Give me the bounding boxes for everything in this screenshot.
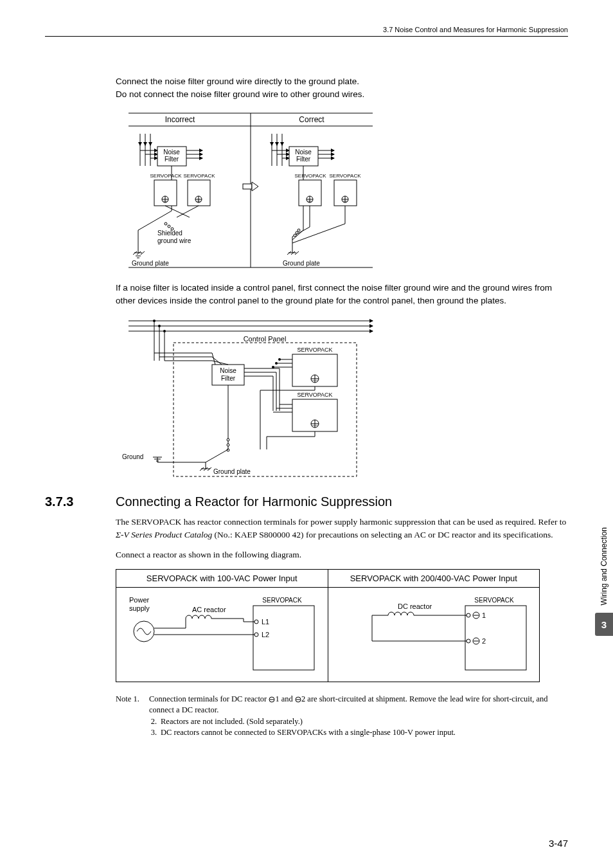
svg-text:1: 1 xyxy=(482,611,486,619)
reactor-cell-left: Power supply AC reactor SERVOPACK L1 xyxy=(116,588,328,682)
note-1: Connection terminals for DC reactor 1 an… xyxy=(149,694,568,716)
side-chapter-number: 3 xyxy=(595,613,613,636)
svg-point-40 xyxy=(168,225,170,228)
reactor-head-right: SERVOPACK with 200/400-VAC Power Input xyxy=(328,570,540,587)
note-lead: Note 1. xyxy=(116,694,149,716)
reactor-cell-right: DC reactor SERVOPACK 1 2 xyxy=(328,588,540,682)
section-heading: 3.7.3 Connecting a Reactor for Harmonic … xyxy=(45,494,568,509)
notes-block: Note 1. Connection terminals for DC reac… xyxy=(116,694,568,739)
svg-line-36 xyxy=(177,206,199,217)
svg-text:Noise: Noise xyxy=(295,149,312,156)
note-num-3: 3. xyxy=(149,727,161,739)
svg-point-151 xyxy=(227,439,229,441)
svg-text:L2: L2 xyxy=(262,631,269,638)
svg-text:2: 2 xyxy=(482,637,486,645)
svg-text:supply: supply xyxy=(129,604,150,612)
paragraph-5: Connect a reactor as shown in the follow… xyxy=(116,548,568,561)
paragraph-4: The SERVOPACK has reactor connection ter… xyxy=(116,516,568,541)
svg-point-196 xyxy=(466,639,470,643)
svg-text:ground wire: ground wire xyxy=(157,237,191,244)
svg-text:Filter: Filter xyxy=(221,375,236,382)
svg-text:Incorrect: Incorrect xyxy=(165,115,195,124)
svg-text:Power: Power xyxy=(129,596,150,604)
svg-text:Shielded: Shielded xyxy=(157,230,182,237)
svg-text:Noise: Noise xyxy=(220,367,236,374)
svg-text:SERVOPACK: SERVOPACK xyxy=(474,597,514,604)
svg-point-191 xyxy=(466,613,470,617)
header-breadcrumb: 3.7 Noise Control and Measures for Harmo… xyxy=(45,26,568,37)
svg-text:Filter: Filter xyxy=(296,156,311,163)
paragraph-3: If a noise filter is located inside a co… xyxy=(116,282,568,307)
svg-point-128 xyxy=(278,358,281,361)
svg-text:Ground: Ground xyxy=(122,453,143,460)
svg-point-152 xyxy=(227,444,229,446)
svg-point-129 xyxy=(275,362,278,365)
svg-text:SERVOPACK: SERVOPACK xyxy=(150,173,182,179)
p4-part-a: The SERVOPACK has reactor connection ter… xyxy=(116,517,566,527)
p4-part-b: (No.: KAEP S800000 42) for precautions o… xyxy=(212,530,553,539)
svg-line-35 xyxy=(165,206,190,217)
svg-text:Control Panel: Control Panel xyxy=(244,335,287,343)
note-2: Reactors are not included. (Sold separat… xyxy=(161,716,568,728)
p4-italic: Σ-V Series Product Catalog xyxy=(116,530,212,539)
svg-point-130 xyxy=(272,366,274,368)
svg-point-39 xyxy=(164,222,167,225)
svg-line-83 xyxy=(292,224,345,243)
svg-point-87 xyxy=(294,234,296,237)
svg-text:SERVOPACK: SERVOPACK xyxy=(183,173,215,179)
section-title: Connecting a Reactor for Harmonic Suppre… xyxy=(116,494,392,509)
svg-rect-51 xyxy=(243,184,252,189)
section-number: 3.7.3 xyxy=(45,494,116,509)
diagram-control-panel: Control Panel Noise Filter SERVOPACK SER… xyxy=(116,314,568,482)
side-chapter-label: Wiring and Connection xyxy=(600,527,609,605)
reactor-diagram-table: SERVOPACK with 100-VAC Power Input SERVO… xyxy=(116,569,540,682)
svg-text:DC reactor: DC reactor xyxy=(398,602,432,610)
svg-text:Ground plate: Ground plate xyxy=(213,468,251,475)
svg-text:SERVOPACK: SERVOPACK xyxy=(297,347,332,353)
diagram-noise-filter-incorrect-correct: Incorrect Correct Noise Filter SERVOPACK… xyxy=(116,108,568,269)
p1-line2: Do not connect the noise filter ground w… xyxy=(116,89,364,99)
svg-text:Correct: Correct xyxy=(299,115,324,124)
svg-text:Ground plate: Ground plate xyxy=(283,260,320,267)
note-num-2: 2. xyxy=(149,716,161,728)
svg-point-181 xyxy=(254,633,258,637)
svg-point-86 xyxy=(296,231,298,234)
reactor-head-left: SERVOPACK with 100-VAC Power Input xyxy=(116,570,328,587)
svg-text:L1: L1 xyxy=(262,618,269,626)
note-3: DC reactors cannot be connected to SERVO… xyxy=(161,727,568,739)
paragraph-1: Connect the noise filter ground wire dir… xyxy=(116,75,568,100)
svg-point-178 xyxy=(254,620,258,624)
svg-text:AC reactor: AC reactor xyxy=(192,606,226,613)
svg-text:SERVOPACK: SERVOPACK xyxy=(329,173,361,179)
svg-text:Ground plate: Ground plate xyxy=(132,260,169,267)
svg-text:Filter: Filter xyxy=(164,156,179,163)
svg-text:SERVOPACK: SERVOPACK xyxy=(297,392,332,398)
svg-text:Noise: Noise xyxy=(163,149,180,156)
svg-line-115 xyxy=(212,357,222,365)
svg-text:SERVOPACK: SERVOPACK xyxy=(294,173,326,179)
svg-point-85 xyxy=(298,229,300,231)
p1-line1: Connect the noise filter ground wire dir… xyxy=(116,77,359,86)
svg-text:SERVOPACK: SERVOPACK xyxy=(262,597,302,604)
svg-line-37 xyxy=(138,211,172,230)
side-tab: Wiring and Connection 3 xyxy=(595,527,613,636)
svg-line-154 xyxy=(206,449,228,462)
page-number: 3-47 xyxy=(549,838,568,849)
